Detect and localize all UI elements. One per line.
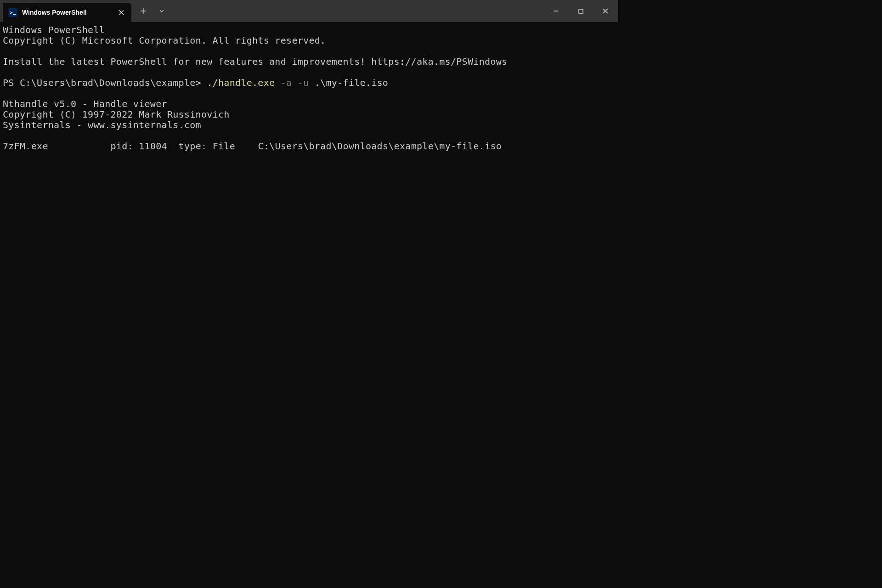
command-flags: -a -u bbox=[275, 77, 314, 88]
terminal-line: Install the latest PowerShell for new fe… bbox=[3, 56, 507, 67]
tab-powershell[interactable]: Windows PowerShell bbox=[3, 3, 131, 22]
result-type: File bbox=[213, 141, 235, 152]
titlebar-drag-area[interactable] bbox=[170, 0, 543, 22]
terminal-line: Windows PowerShell bbox=[3, 24, 105, 35]
new-tab-button[interactable] bbox=[135, 3, 152, 19]
maximize-button[interactable] bbox=[568, 0, 593, 22]
terminal-output[interactable]: Windows PowerShell Copyright (C) Microso… bbox=[0, 22, 618, 154]
terminal-line: Copyright (C) Microsoft Corporation. All… bbox=[3, 35, 326, 46]
titlebar-tab-controls bbox=[131, 0, 170, 22]
result-pid-label: pid: bbox=[111, 141, 133, 152]
tab-close-button[interactable] bbox=[116, 7, 127, 18]
result-pid: 11004 bbox=[139, 141, 167, 152]
terminal-line: Copyright (C) 1997-2022 Mark Russinovich bbox=[3, 109, 230, 120]
svg-rect-0 bbox=[579, 9, 583, 13]
powershell-icon bbox=[8, 8, 17, 17]
prompt: PS C:\Users\brad\Downloads\example> bbox=[3, 77, 207, 88]
terminal-line: Nthandle v5.0 - Handle viewer bbox=[3, 98, 167, 109]
result-type-label: type: bbox=[179, 141, 207, 152]
result-path: C:\Users\brad\Downloads\example\my-file.… bbox=[258, 141, 502, 152]
close-window-button[interactable] bbox=[593, 0, 618, 22]
result-process: 7zFM.exe bbox=[3, 141, 48, 152]
minimize-button[interactable] bbox=[543, 0, 568, 22]
command-argument: .\my-file.iso bbox=[315, 77, 388, 88]
window-controls bbox=[543, 0, 618, 22]
tab-title: Windows PowerShell bbox=[22, 9, 111, 16]
tab-dropdown-button[interactable] bbox=[153, 3, 170, 19]
titlebar: Windows PowerShell bbox=[0, 0, 618, 22]
command-executable: ./handle.exe bbox=[207, 77, 275, 88]
terminal-line: Sysinternals - www.sysinternals.com bbox=[3, 119, 201, 130]
